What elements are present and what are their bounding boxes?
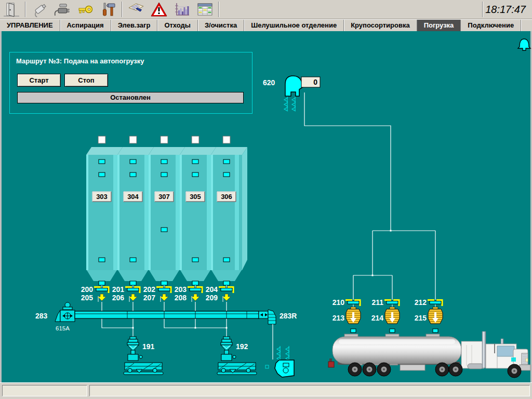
loading-spout-214 <box>385 307 400 324</box>
tab-shelushilnoe-otdelenie[interactable]: Шелушильное отделение <box>244 20 344 31</box>
flow-arrow-209 <box>222 294 231 301</box>
tab-upravlenie[interactable]: УПРАВЛЕНИЕ <box>0 20 60 31</box>
settings-button[interactable] <box>97 1 119 18</box>
route-status: Остановлен <box>17 92 244 103</box>
outlet-sensor <box>223 281 230 285</box>
tab-elev-zagr[interactable]: Элев.загр <box>111 20 158 31</box>
spout-label: 215 <box>415 314 427 322</box>
tab-pogruzka[interactable]: Погрузка <box>417 20 461 31</box>
outlet-sensor <box>161 281 167 285</box>
conveyor-discharge-icon <box>259 310 276 324</box>
trends-icon <box>173 2 191 17</box>
level-sensor-high <box>130 159 136 164</box>
silo-select-checkbox[interactable] <box>192 136 199 143</box>
flow-arrow-208 <box>191 294 200 301</box>
silo-select-checkbox[interactable] <box>223 136 230 143</box>
tab-kruposortirovka[interactable]: Крупосортировка <box>344 20 417 31</box>
level-sensor-high2 <box>192 172 198 177</box>
tab-othody[interactable]: Отходы <box>157 20 198 31</box>
tab-z-ochistka[interactable]: З/очистка <box>198 20 244 31</box>
counter-value: 0 <box>313 78 317 86</box>
spout-label: 205 <box>81 294 94 302</box>
loading-line-2: 211 214 <box>371 298 400 332</box>
weigher-label: 191 <box>142 342 155 351</box>
exhaust-stack <box>482 331 486 368</box>
toolbar-separator <box>25 2 26 17</box>
weigher-label: 192 <box>236 342 248 351</box>
boot-aux-mark <box>265 365 269 368</box>
connect-button[interactable] <box>51 1 74 18</box>
exit-button[interactable] <box>0 1 23 18</box>
tab-podklyuchenie[interactable]: Подключение <box>461 20 521 31</box>
event-log-button[interactable] <box>125 1 148 18</box>
tanker-truck <box>328 331 530 378</box>
silo-number: 304 <box>127 193 139 201</box>
loading-spout-215 <box>428 307 443 324</box>
status-panel-left <box>2 385 87 396</box>
spout-label: 214 <box>371 314 384 322</box>
conveyor-label: 283 <box>35 312 48 320</box>
valve-label: 201 <box>112 285 125 294</box>
level-sensor-low <box>99 258 105 262</box>
access-button[interactable] <box>74 1 97 18</box>
elevator-buckets-icon <box>284 97 296 111</box>
loading-line-1: 210 213 <box>332 298 361 332</box>
silo-select-checkbox[interactable] <box>129 136 137 143</box>
gate-valve-201 <box>125 286 140 293</box>
toolbar-separator <box>122 2 123 17</box>
start-button[interactable]: Старт <box>17 74 61 87</box>
pipe-junction <box>372 275 374 276</box>
flow-arrow-205 <box>98 294 106 301</box>
level-sensor-high <box>192 159 198 164</box>
toolbar-separator <box>482 2 483 17</box>
silo-306: 306 204 209 <box>206 136 247 337</box>
valve-label: 200 <box>81 285 94 294</box>
gate-valve-211 <box>384 299 399 306</box>
hatch-sensor <box>390 329 395 332</box>
spout-label: 206 <box>112 294 125 302</box>
silo-number: 303 <box>96 193 108 201</box>
clock: 18:17:47 <box>485 4 526 16</box>
level-sensor-high2 <box>130 172 136 177</box>
outlet-sensor <box>130 281 136 285</box>
disconnect-button[interactable] <box>28 1 51 18</box>
conveyor-return-label: 283R <box>280 312 297 320</box>
alarms-button[interactable] <box>148 1 170 18</box>
level-sensor-low <box>192 258 198 262</box>
level-sensor-high2 <box>223 172 230 177</box>
valve-label: 211 <box>371 298 383 307</box>
trends-button[interactable] <box>170 1 193 18</box>
gate-valve-212 <box>428 299 442 306</box>
elevator-boot <box>265 346 294 377</box>
report-button[interactable] <box>193 1 216 18</box>
conveyor-belt <box>75 311 259 318</box>
tab-bar: УПРАВЛЕНИЕ Аспирация Элев.загр Отходы З/… <box>0 19 532 31</box>
event-log-icon <box>127 2 145 17</box>
status-panel-right <box>89 385 530 396</box>
outlet-sensor <box>192 281 198 285</box>
weigher-192: 192 <box>217 337 257 375</box>
boot-body-icon <box>275 360 294 377</box>
alarm-bell-icon[interactable] <box>518 39 530 50</box>
silo-select-checkbox[interactable] <box>161 136 168 143</box>
level-sensor-high2 <box>161 172 167 177</box>
outlet-sensor <box>99 281 105 285</box>
silo-number: 305 <box>190 193 201 201</box>
alarm-icon <box>150 2 168 17</box>
hatch-sensor <box>433 329 438 332</box>
gate-valve-200 <box>94 286 109 293</box>
key-icon <box>76 2 94 17</box>
valve-label: 210 <box>332 298 345 307</box>
route-panel: Маршрут №3: Подача на автопогрузку Старт… <box>9 52 252 114</box>
exit-door-icon <box>3 2 20 17</box>
silo-select-checkbox[interactable] <box>98 136 105 143</box>
hatch-sensor <box>351 329 356 332</box>
tab-aspiraciya[interactable]: Аспирация <box>60 20 111 31</box>
elevator-620: 620 0 <box>263 76 320 111</box>
mimic-canvas: 620 0 <box>0 31 532 382</box>
spout-label: 207 <box>143 294 156 302</box>
stop-button[interactable]: Стоп <box>64 74 108 87</box>
conveyor-283: 283 615A 283R <box>35 302 297 360</box>
spout-label: 213 <box>332 314 345 322</box>
pipe-lines-loading <box>304 92 435 300</box>
